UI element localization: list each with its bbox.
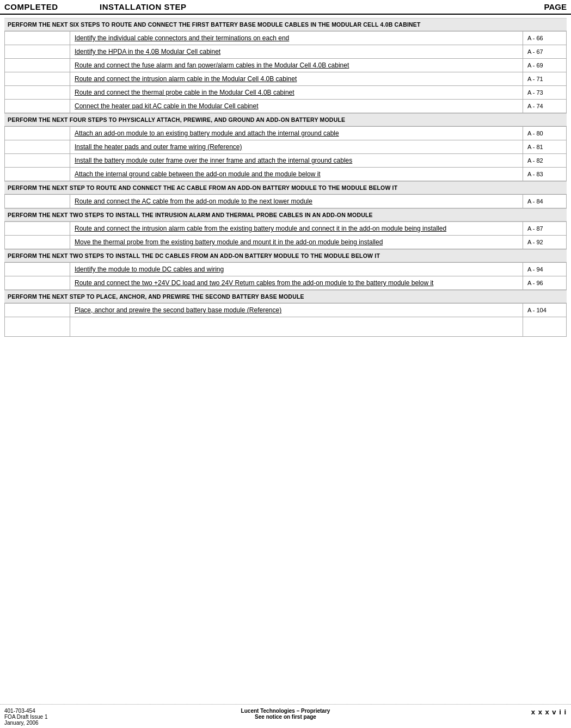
description-cell-2-0: Route and connect the AC cable from the … xyxy=(70,195,523,208)
table-row: Identify the HPDA in the 4.0B Modular Ce… xyxy=(5,45,567,59)
step-link-0-0[interactable]: Identify the individual cable connectors… xyxy=(75,34,289,42)
table-row: Attach the internal ground cable between… xyxy=(5,168,567,181)
page-cell-4-1: A - 96 xyxy=(523,276,567,290)
page-cell-4-0: A - 94 xyxy=(523,263,567,276)
steps-table-4: Identify the module to module DC cables … xyxy=(4,262,567,290)
footer: 401-703-454 FOA Draft Issue 1 January, 2… xyxy=(0,704,571,728)
content: PERFORM THE NEXT SIX STEPS TO ROUTE AND … xyxy=(0,15,571,704)
page-cell-3-1: A - 92 xyxy=(523,236,567,249)
page-cell-0-2: A - 69 xyxy=(523,59,567,72)
steps-table-3: Route and connect the intrusion alarm ca… xyxy=(4,221,567,249)
page-cell-1-3: A - 83 xyxy=(523,168,567,181)
table-row: Connect the heater pad kit AC cable in t… xyxy=(5,100,567,113)
checkbox-cell-1-2 xyxy=(5,154,70,168)
table-row: Move the thermal probe from the existing… xyxy=(5,236,567,249)
description-cell-1-3: Attach the internal ground cable between… xyxy=(70,168,523,181)
checkbox-cell-5-1 xyxy=(5,317,70,337)
header-page: PAGE xyxy=(523,2,567,11)
checkbox-cell-0-2 xyxy=(5,59,70,72)
header-title: INSTALLATION STEP xyxy=(94,2,523,11)
table-row: Identify the individual cable connectors… xyxy=(5,32,567,45)
step-link-5-0[interactable]: Place, anchor and prewire the second bat… xyxy=(75,306,281,314)
steps-table-0: Identify the individual cable connectors… xyxy=(4,31,567,113)
table-row: Route and connect the intrusion alarm ca… xyxy=(5,222,567,236)
footer-center: Lucent Technologies – Proprietary See no… xyxy=(192,708,379,726)
step-link-1-2[interactable]: Install the battery module outer frame o… xyxy=(75,157,352,164)
checkbox-cell-1-0 xyxy=(5,127,70,140)
checkbox-cell-1-3 xyxy=(5,168,70,181)
footer-doc-number: 401-703-454 xyxy=(4,708,192,714)
table-row: Route and connect the fuse alarm and fan… xyxy=(5,59,567,72)
steps-table-5: Place, anchor and prewire the second bat… xyxy=(4,303,567,337)
description-cell-0-1: Identify the HPDA in the 4.0B Modular Ce… xyxy=(70,45,523,59)
footer-left: 401-703-454 FOA Draft Issue 1 January, 2… xyxy=(4,708,192,726)
step-link-1-1[interactable]: Install the heater pads and outer frame … xyxy=(75,143,242,151)
checkbox-cell-0-3 xyxy=(5,72,70,86)
description-cell-0-2: Route and connect the fuse alarm and fan… xyxy=(70,59,523,72)
header-completed: COMPLETED xyxy=(4,2,94,11)
table-row: Identify the module to module DC cables … xyxy=(5,263,567,276)
description-cell-3-0: Route and connect the intrusion alarm ca… xyxy=(70,222,523,236)
footer-page-number: x x x v i i xyxy=(379,708,567,726)
table-row: Route and connect the thermal probe cabl… xyxy=(5,86,567,100)
description-cell-4-1: Route and connect the two +24V DC load a… xyxy=(70,276,523,290)
description-cell-4-0: Identify the module to module DC cables … xyxy=(70,263,523,276)
checkbox-cell-0-4 xyxy=(5,86,70,100)
table-row: Route and connect the AC cable from the … xyxy=(5,195,567,208)
instruction-row-0: PERFORM THE NEXT SIX STEPS TO ROUTE AND … xyxy=(4,18,567,31)
checkbox-cell-3-1 xyxy=(5,236,70,249)
checkbox-cell-0-0 xyxy=(5,32,70,45)
step-link-0-5[interactable]: Connect the heater pad kit AC cable in t… xyxy=(75,102,259,110)
instruction-row-3: PERFORM THE NEXT TWO STEPS TO INSTALL TH… xyxy=(4,208,567,221)
checkbox-cell-1-1 xyxy=(5,140,70,154)
footer-issue: FOA Draft Issue 1 xyxy=(4,714,192,720)
table-row: Install the heater pads and outer frame … xyxy=(5,140,567,154)
instruction-row-1: PERFORM THE NEXT FOUR STEPS TO PHYSICALL… xyxy=(4,113,567,126)
step-link-1-3[interactable]: Attach the internal ground cable between… xyxy=(75,170,321,178)
page-cell-3-0: A - 87 xyxy=(523,222,567,236)
checkbox-cell-4-0 xyxy=(5,263,70,276)
page-cell-1-2: A - 82 xyxy=(523,154,567,168)
step-link-3-1[interactable]: Move the thermal probe from the existing… xyxy=(75,238,383,246)
table-row: Route and connect the two +24V DC load a… xyxy=(5,276,567,290)
description-cell-0-4: Route and connect the thermal probe cabl… xyxy=(70,86,523,100)
step-link-0-1[interactable]: Identify the HPDA in the 4.0B Modular Ce… xyxy=(75,48,220,55)
step-link-2-0[interactable]: Route and connect the AC cable from the … xyxy=(75,198,312,205)
page-cell-0-0: A - 66 xyxy=(523,32,567,45)
description-cell-1-1: Install the heater pads and outer frame … xyxy=(70,140,523,154)
step-link-4-0[interactable]: Identify the module to module DC cables … xyxy=(75,266,224,273)
checkbox-cell-4-1 xyxy=(5,276,70,290)
checkbox-cell-2-0 xyxy=(5,195,70,208)
steps-table-2: Route and connect the AC cable from the … xyxy=(4,194,567,208)
table-row: Attach an add-on module to an existing b… xyxy=(5,127,567,140)
description-cell-5-0: Place, anchor and prewire the second bat… xyxy=(70,304,523,317)
step-link-0-2[interactable]: Route and connect the fuse alarm and fan… xyxy=(75,61,349,69)
step-link-3-0[interactable]: Route and connect the intrusion alarm ca… xyxy=(75,225,446,232)
checkbox-cell-0-5 xyxy=(5,100,70,113)
description-cell-0-0: Identify the individual cable connectors… xyxy=(70,32,523,45)
footer-date: January, 2006 xyxy=(4,720,192,726)
header: COMPLETED INSTALLATION STEP PAGE xyxy=(0,0,571,15)
table-row: Install the battery module outer frame o… xyxy=(5,154,567,168)
step-link-1-0[interactable]: Attach an add-on module to an existing b… xyxy=(75,129,339,137)
checkbox-cell-3-0 xyxy=(5,222,70,236)
instruction-row-5: PERFORM THE NEXT STEP TO PLACE, ANCHOR, … xyxy=(4,290,567,303)
page-cell-2-0: A - 84 xyxy=(523,195,567,208)
footer-company: Lucent Technologies – Proprietary xyxy=(192,708,379,714)
page-wrapper: COMPLETED INSTALLATION STEP PAGE PERFORM… xyxy=(0,0,571,728)
description-cell-5-1 xyxy=(70,317,523,337)
page-cell-0-4: A - 73 xyxy=(523,86,567,100)
page-cell-5-1 xyxy=(523,317,567,337)
page-cell-1-0: A - 80 xyxy=(523,127,567,140)
checkbox-cell-5-0 xyxy=(5,304,70,317)
checkbox-cell-0-1 xyxy=(5,45,70,59)
description-cell-3-1: Move the thermal probe from the existing… xyxy=(70,236,523,249)
description-cell-1-0: Attach an add-on module to an existing b… xyxy=(70,127,523,140)
footer-notice: See notice on first page xyxy=(192,714,379,720)
description-cell-0-3: Route and connect the intrusion alarm ca… xyxy=(70,72,523,86)
step-link-0-3[interactable]: Route and connect the intrusion alarm ca… xyxy=(75,75,297,83)
step-link-0-4[interactable]: Route and connect the thermal probe cabl… xyxy=(75,89,294,96)
description-cell-1-2: Install the battery module outer frame o… xyxy=(70,154,523,168)
description-cell-0-5: Connect the heater pad kit AC cable in t… xyxy=(70,100,523,113)
step-link-4-1[interactable]: Route and connect the two +24V DC load a… xyxy=(75,279,433,287)
